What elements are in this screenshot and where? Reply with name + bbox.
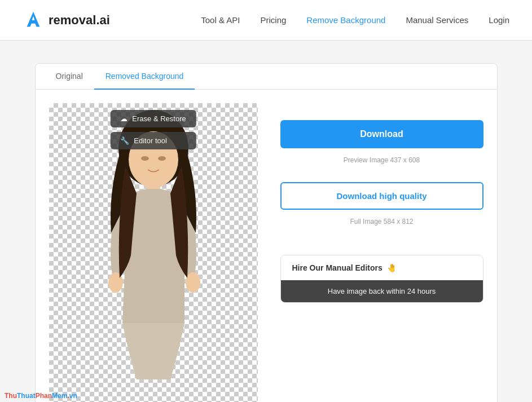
logo[interactable]: removal.ai xyxy=(23,10,110,31)
preview-image-info: Preview Image 437 x 608 xyxy=(280,156,483,164)
editor-icon: 🔧 xyxy=(120,136,129,145)
nav-login[interactable]: Login xyxy=(489,15,509,25)
hand-emoji-icon: 🤚 xyxy=(387,263,397,272)
editor-content: ☁ Erase & Restore 🔧 Editor tool xyxy=(36,90,497,402)
editor-card: Original Removed Background ☁ Erase & Re… xyxy=(35,63,498,402)
download-high-quality-button[interactable]: Download high quality xyxy=(280,182,483,210)
nav-manual-services[interactable]: Manual Services xyxy=(406,15,468,25)
main-content: Original Removed Background ☁ Erase & Re… xyxy=(0,41,532,402)
watermark-vn: vn xyxy=(69,392,77,400)
manual-editors-title: Hire Our Manual Editors xyxy=(292,263,382,272)
erase-icon: ☁ xyxy=(120,114,127,123)
image-area: ☁ Erase & Restore 🔧 Editor tool xyxy=(49,103,258,402)
erase-restore-button[interactable]: ☁ Erase & Restore xyxy=(110,110,196,127)
manual-editors-box[interactable]: Hire Our Manual Editors 🤚 Have image bac… xyxy=(280,255,483,303)
nav-remove-background[interactable]: Remove Background xyxy=(306,15,385,25)
download-button[interactable]: Download xyxy=(280,120,483,148)
tab-original[interactable]: Original xyxy=(45,64,94,90)
svg-point-5 xyxy=(141,156,149,161)
tab-bar: Original Removed Background xyxy=(36,64,497,90)
watermark-mem: Mem xyxy=(52,392,67,400)
editor-tool-button[interactable]: 🔧 Editor tool xyxy=(110,132,196,149)
right-panel: Download Preview Image 437 x 608 Downloa… xyxy=(280,103,483,402)
tool-buttons: ☁ Erase & Restore 🔧 Editor tool xyxy=(110,110,196,149)
nav-pricing[interactable]: Pricing xyxy=(260,15,286,25)
navigation: Tool & API Pricing Remove Background Man… xyxy=(201,15,509,25)
person-image xyxy=(80,109,227,402)
nav-tool-api[interactable]: Tool & API xyxy=(201,15,240,25)
manual-editors-subtitle: Have image back within 24 hours xyxy=(281,280,483,302)
svg-point-6 xyxy=(158,156,166,161)
logo-text: removal.ai xyxy=(49,13,110,28)
full-image-info: Full Image 584 x 812 xyxy=(280,218,483,226)
watermark-thuat: Thuat xyxy=(17,392,36,400)
tab-removed-background[interactable]: Removed Background xyxy=(94,64,195,90)
watermark-phan: Phan xyxy=(36,392,52,400)
watermark: Thu Thuat Phan Mem . vn xyxy=(0,390,82,402)
watermark-thu: Thu xyxy=(5,392,17,400)
manual-editors-title-area: Hire Our Manual Editors 🤚 xyxy=(281,255,483,280)
logo-icon xyxy=(23,10,44,31)
header: removal.ai Tool & API Pricing Remove Bac… xyxy=(0,0,532,41)
svg-point-4 xyxy=(186,272,200,293)
